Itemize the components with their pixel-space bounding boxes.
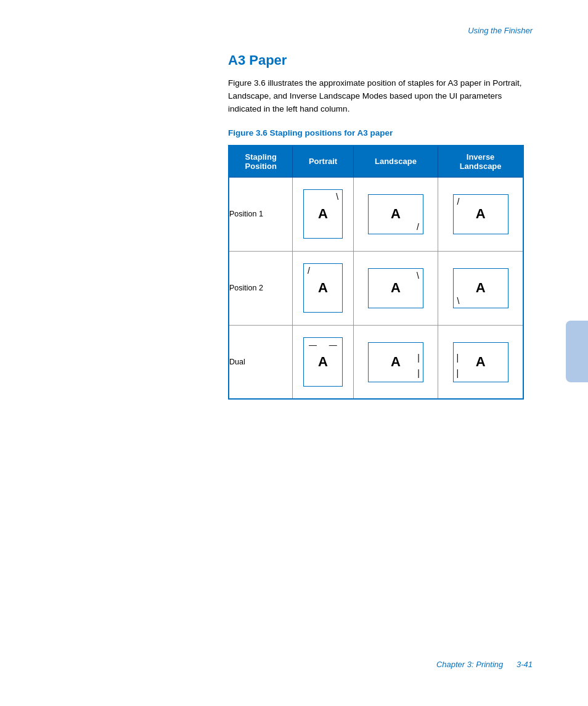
intro-text: Figure 3.6 illustrates the approximate p… bbox=[228, 77, 536, 116]
col-header-portrait: Portrait bbox=[293, 146, 353, 178]
footer-page: 3-41 bbox=[517, 660, 533, 669]
row-label-dual: Dual bbox=[229, 325, 293, 399]
footer: Chapter 3: Printing 3-41 bbox=[436, 660, 533, 669]
table-row: Position 1 A \ bbox=[229, 177, 523, 251]
staple-mark: / bbox=[417, 223, 419, 231]
landscape-pos1: A / bbox=[353, 177, 438, 251]
col-header-stapling: StaplingPosition bbox=[229, 146, 293, 178]
col-header-landscape: Landscape bbox=[353, 146, 438, 178]
staple-mark: \ bbox=[336, 192, 338, 201]
inverse-dual: A || bbox=[438, 325, 523, 399]
section-title: A3 Paper bbox=[228, 52, 536, 68]
paper-diagram: A / bbox=[303, 263, 343, 313]
footer-chapter: Chapter 3: Printing bbox=[436, 660, 503, 669]
figure-title: Figure 3.6 Stapling positions for A3 pap… bbox=[228, 128, 536, 138]
portrait-dual: A — — bbox=[293, 325, 353, 399]
paper-diagram: A \ bbox=[368, 268, 423, 308]
row-label-1: Position 1 bbox=[229, 177, 293, 251]
staple-mark: || bbox=[457, 350, 459, 381]
table-row: Dual A — — A bbox=[229, 325, 523, 399]
staple-mark: \ bbox=[457, 297, 460, 305]
page: Using the Finisher A3 Paper Figure 3.6 i… bbox=[0, 0, 588, 706]
staple-mark: / bbox=[457, 197, 460, 206]
staple-mark: \ bbox=[417, 271, 419, 280]
inverse-pos1: A / bbox=[438, 177, 523, 251]
main-content: A3 Paper Figure 3.6 illustrates the appr… bbox=[228, 52, 536, 400]
row-label-2: Position 2 bbox=[229, 251, 293, 325]
paper-diagram: A \ bbox=[303, 189, 343, 239]
col-header-inverse: InverseLandscape bbox=[438, 146, 523, 178]
landscape-dual: A || bbox=[353, 325, 438, 399]
staple-mark: — — bbox=[309, 341, 342, 349]
side-tab bbox=[566, 321, 588, 382]
portrait-pos2: A / bbox=[293, 251, 353, 325]
landscape-pos2: A \ bbox=[353, 251, 438, 325]
header-title: Using the Finisher bbox=[468, 26, 533, 35]
staple-mark: || bbox=[417, 350, 420, 381]
paper-diagram: A || bbox=[368, 342, 423, 382]
paper-diagram: A / bbox=[453, 194, 508, 234]
paper-diagram: A / bbox=[368, 194, 423, 234]
table-row: Position 2 A / bbox=[229, 251, 523, 325]
paper-diagram: A || bbox=[453, 342, 508, 382]
staple-mark: / bbox=[308, 266, 310, 275]
portrait-pos1: A \ bbox=[293, 177, 353, 251]
paper-diagram: A — — bbox=[303, 337, 343, 387]
stapling-table: StaplingPosition Portrait Landscape Inve… bbox=[228, 145, 524, 400]
inverse-pos2: A \ bbox=[438, 251, 523, 325]
paper-diagram: A \ bbox=[453, 268, 508, 308]
